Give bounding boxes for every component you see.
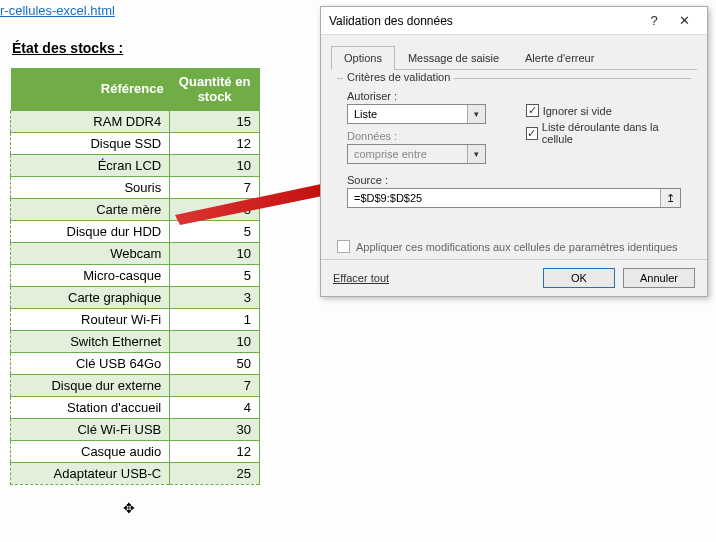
apply-to-others-checkbox: Appliquer ces modifications aux cellules… — [337, 240, 691, 253]
source-label: Source : — [347, 174, 681, 186]
stock-table: Référence Quantité en stock RAM DDR415Di… — [10, 68, 260, 485]
table-row[interactable]: Carte mère8 — [11, 198, 260, 220]
cell-quantity[interactable]: 12 — [170, 132, 260, 154]
table-row[interactable]: Station d'accueil4 — [11, 396, 260, 418]
cell-quantity[interactable]: 10 — [170, 242, 260, 264]
cell-reference[interactable]: Routeur Wi-Fi — [11, 308, 170, 330]
table-row[interactable]: RAM DDR415 — [11, 110, 260, 132]
tab-error-alert[interactable]: Alerte d'erreur — [512, 46, 607, 70]
data-value: comprise entre — [348, 148, 467, 160]
cell-quantity[interactable]: 1 — [170, 308, 260, 330]
source-value: =$D$9:$D$25 — [348, 192, 660, 204]
data-combo: comprise entre ▾ — [347, 144, 486, 164]
fieldset-legend: Critères de validation — [343, 71, 454, 83]
cell-quantity[interactable]: 3 — [170, 286, 260, 308]
cell-reference[interactable]: Station d'accueil — [11, 396, 170, 418]
table-row[interactable]: Casque audio12 — [11, 440, 260, 462]
table-row[interactable]: Micro-casque5 — [11, 264, 260, 286]
link-fragment[interactable]: r-cellules-excel.html — [0, 3, 115, 18]
table-row[interactable]: Écran LCD10 — [11, 154, 260, 176]
ignore-blank-label: Ignorer si vide — [543, 105, 612, 117]
dialog-tabs: Options Message de saisie Alerte d'erreu… — [331, 45, 697, 70]
table-row[interactable]: Disque dur externe7 — [11, 374, 260, 396]
cell-quantity[interactable]: 5 — [170, 220, 260, 242]
col-header-reference[interactable]: Référence — [11, 68, 170, 110]
cell-reference[interactable]: Switch Ethernet — [11, 330, 170, 352]
tab-options[interactable]: Options — [331, 46, 395, 70]
cell-reference[interactable]: Clé Wi-Fi USB — [11, 418, 170, 440]
table-row[interactable]: Disque dur HDD5 — [11, 220, 260, 242]
cell-quantity[interactable]: 8 — [170, 198, 260, 220]
cell-quantity[interactable]: 4 — [170, 396, 260, 418]
data-validation-dialog: Validation des données ? ✕ Options Messa… — [320, 6, 708, 297]
dialog-titlebar[interactable]: Validation des données ? ✕ — [321, 7, 707, 35]
close-icon[interactable]: ✕ — [669, 13, 699, 28]
source-input[interactable]: =$D$9:$D$25 ↥ — [347, 188, 681, 208]
cell-quantity[interactable]: 12 — [170, 440, 260, 462]
cell-reference[interactable]: Casque audio — [11, 440, 170, 462]
help-icon[interactable]: ? — [639, 13, 669, 28]
cell-quantity[interactable]: 15 — [170, 110, 260, 132]
cell-reference[interactable]: Souris — [11, 176, 170, 198]
in-cell-dropdown-checkbox[interactable]: ✓ Liste déroulante dans la cellule — [526, 121, 681, 145]
cell-reference[interactable]: Disque SSD — [11, 132, 170, 154]
checkbox-checked-icon: ✓ — [526, 104, 539, 117]
cell-reference[interactable]: Webcam — [11, 242, 170, 264]
table-row[interactable]: Adaptateur USB-C25 — [11, 462, 260, 484]
chevron-down-icon: ▾ — [467, 145, 485, 163]
chevron-down-icon[interactable]: ▾ — [467, 105, 485, 123]
tab-input-message[interactable]: Message de saisie — [395, 46, 512, 70]
dialog-button-row: Effacer tout OK Annuler — [321, 259, 707, 296]
cell-reference[interactable]: Clé USB 64Go — [11, 352, 170, 374]
dialog-title: Validation des données — [329, 14, 639, 28]
checkbox-checked-icon: ✓ — [526, 127, 538, 140]
cell-reference[interactable]: Disque dur HDD — [11, 220, 170, 242]
range-select-icon[interactable]: ↥ — [660, 189, 680, 207]
table-row[interactable]: Switch Ethernet10 — [11, 330, 260, 352]
table-row[interactable]: Carte graphique3 — [11, 286, 260, 308]
cell-reference[interactable]: Adaptateur USB-C — [11, 462, 170, 484]
cell-reference[interactable]: Carte graphique — [11, 286, 170, 308]
clear-all-button[interactable]: Effacer tout — [333, 272, 389, 284]
in-cell-dropdown-label: Liste déroulante dans la cellule — [542, 121, 681, 145]
cell-reference[interactable]: RAM DDR4 — [11, 110, 170, 132]
cell-reference[interactable]: Micro-casque — [11, 264, 170, 286]
cell-quantity[interactable]: 10 — [170, 154, 260, 176]
table-row[interactable]: Clé USB 64Go50 — [11, 352, 260, 374]
cell-quantity[interactable]: 5 — [170, 264, 260, 286]
cursor-icon: ✥ — [123, 500, 135, 516]
ignore-blank-checkbox[interactable]: ✓ Ignorer si vide — [526, 104, 681, 117]
stock-heading: État des stocks : — [12, 40, 123, 56]
cell-reference[interactable]: Disque dur externe — [11, 374, 170, 396]
allow-value: Liste — [348, 108, 467, 120]
cell-quantity[interactable]: 10 — [170, 330, 260, 352]
table-row[interactable]: Disque SSD12 — [11, 132, 260, 154]
cell-quantity[interactable]: 30 — [170, 418, 260, 440]
table-row[interactable]: Routeur Wi-Fi1 — [11, 308, 260, 330]
table-row[interactable]: Clé Wi-Fi USB30 — [11, 418, 260, 440]
cell-quantity[interactable]: 7 — [170, 176, 260, 198]
cell-reference[interactable]: Écran LCD — [11, 154, 170, 176]
apply-to-others-label: Appliquer ces modifications aux cellules… — [356, 241, 678, 253]
cancel-button[interactable]: Annuler — [623, 268, 695, 288]
cell-quantity[interactable]: 25 — [170, 462, 260, 484]
checkbox-unchecked-icon — [337, 240, 350, 253]
allow-label: Autoriser : — [347, 90, 486, 102]
allow-combo[interactable]: Liste ▾ — [347, 104, 486, 124]
cell-reference[interactable]: Carte mère — [11, 198, 170, 220]
ok-button[interactable]: OK — [543, 268, 615, 288]
cell-quantity[interactable]: 50 — [170, 352, 260, 374]
table-row[interactable]: Souris7 — [11, 176, 260, 198]
table-row[interactable]: Webcam10 — [11, 242, 260, 264]
col-header-quantity[interactable]: Quantité en stock — [170, 68, 260, 110]
cell-quantity[interactable]: 7 — [170, 374, 260, 396]
criteria-fieldset: Critères de validation Autoriser : Liste… — [337, 78, 691, 222]
data-label: Données : — [347, 130, 486, 142]
